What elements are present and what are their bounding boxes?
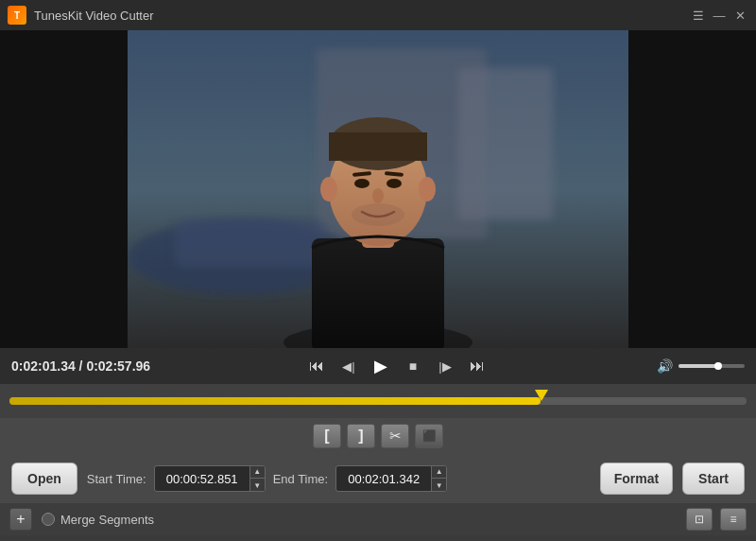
start-time-spinners: ▲ ▼ (249, 465, 265, 492)
format-button[interactable]: Format (600, 462, 673, 495)
volume-thumb (714, 362, 722, 370)
minimize-button[interactable]: — (711, 7, 728, 24)
timeline-track[interactable] (9, 397, 747, 405)
close-button[interactable]: ✕ (731, 7, 748, 24)
step-forward-button[interactable]: ⏭ (464, 353, 490, 379)
end-time-label: End Time: (273, 472, 329, 486)
start-time-input[interactable] (155, 472, 249, 486)
merge-checkbox-wrap: Merge Segments (42, 513, 154, 527)
merge-label: Merge Segments (60, 513, 154, 527)
end-time-up[interactable]: ▲ (431, 465, 446, 479)
segment-toolbar: [ ] ✂ ⬛ (313, 424, 443, 448)
video-frame-svg (128, 30, 628, 348)
playback-controls: ⏮ ◀| ▶ ■ |▶ ⏭ (163, 353, 631, 379)
volume-fill (679, 364, 718, 368)
svg-rect-2 (458, 68, 553, 219)
start-time-wrap: ▲ ▼ (154, 465, 266, 492)
svg-rect-10 (329, 132, 427, 161)
mark-in-button[interactable]: [ (313, 424, 341, 448)
svg-point-16 (352, 203, 404, 226)
timeline-area (0, 384, 756, 418)
step-back-button[interactable]: ⏮ (303, 353, 330, 379)
svg-point-12 (387, 179, 402, 188)
start-time-down[interactable]: ▼ (249, 479, 265, 492)
cut-button[interactable]: ✂ (381, 424, 409, 448)
delete-segment-button[interactable]: ⬛ (415, 424, 443, 448)
menu-button[interactable]: ☰ (690, 7, 707, 24)
title-bar: T TunesKit Video Cutter ☰ — ✕ (0, 0, 756, 30)
time-display: 0:02:01.34 / 0:02:57.96 (11, 358, 163, 374)
svg-rect-6 (312, 238, 444, 348)
add-segment-button[interactable]: + (9, 508, 32, 531)
svg-point-11 (354, 179, 369, 188)
stop-button[interactable]: ■ (400, 353, 426, 379)
svg-point-17 (320, 177, 337, 201)
timeline-progress (9, 397, 541, 405)
list-icon: ≡ (730, 513, 736, 526)
export-icon: ⊡ (695, 513, 704, 526)
controls-bar: 0:02:01.34 / 0:02:57.96 ⏮ ◀| ▶ ■ |▶ ⏭ 🔊 (0, 348, 756, 384)
mark-out-button[interactable]: ] (347, 424, 375, 448)
svg-point-15 (372, 188, 384, 203)
end-time-wrap: ▲ ▼ (335, 465, 447, 492)
merge-checkbox[interactable] (42, 513, 55, 526)
title-controls: ☰ — ✕ (690, 7, 748, 24)
right-icons: ⊡ ≡ (686, 508, 747, 531)
svg-point-18 (419, 177, 436, 201)
volume-slider[interactable] (679, 364, 745, 368)
play-button[interactable]: ▶ (368, 353, 394, 379)
start-time-label: Start Time: (87, 472, 146, 486)
start-time-up[interactable]: ▲ (249, 465, 265, 479)
app-title: TunesKit Video Cutter (34, 9, 690, 23)
list-icon-button[interactable]: ≡ (720, 508, 747, 531)
video-letterbox-left (0, 30, 128, 348)
frame-back-button[interactable]: ◀| (335, 353, 362, 379)
start-button[interactable]: Start (682, 462, 745, 495)
volume-section: 🔊 (631, 358, 745, 374)
logo-text: T (14, 10, 20, 21)
export-icon-button[interactable]: ⊡ (686, 508, 713, 531)
edit-row: + Merge Segments ⊡ ≡ (0, 503, 756, 535)
time-inputs: Start Time: ▲ ▼ End Time: ▲ ▼ (87, 465, 591, 492)
bottom-controls: Open Start Time: ▲ ▼ End Time: ▲ ▼ Forma… (0, 454, 756, 503)
frame-forward-button[interactable]: |▶ (432, 353, 458, 379)
video-area (0, 30, 756, 348)
video-canvas (128, 30, 628, 348)
volume-icon: 🔊 (657, 358, 673, 374)
end-time-input[interactable] (336, 472, 431, 486)
svg-rect-4 (175, 219, 326, 267)
timeline-thumb[interactable] (535, 390, 548, 401)
end-time-down[interactable]: ▼ (431, 479, 446, 492)
end-time-spinners: ▲ ▼ (431, 465, 446, 492)
open-button[interactable]: Open (11, 462, 77, 495)
app-logo: T (8, 6, 26, 25)
video-letterbox-right (628, 30, 756, 348)
